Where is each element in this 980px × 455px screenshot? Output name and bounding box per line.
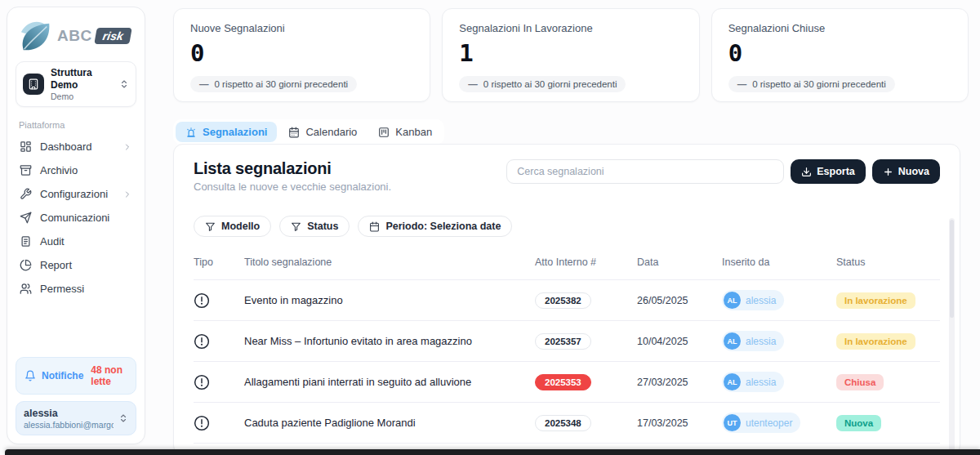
sidebar-item-dashboard[interactable]: Dashboard xyxy=(16,136,136,157)
sidebar-item-label: Dashboard xyxy=(40,141,115,153)
user-menu[interactable]: alessia alessia.fabbioni@margottame... xyxy=(16,401,136,435)
inserted-by-badge: AL alessia xyxy=(722,372,784,392)
chevrons-up-down-icon xyxy=(119,79,129,89)
filters-row: Modello Status Periodo: Seleziona date xyxy=(194,216,940,237)
sidebar-item-comunicazioni[interactable]: Comunicazioni xyxy=(16,207,136,228)
row-title: Allagamenti piani interrati in seguito a… xyxy=(244,376,535,388)
export-button[interactable]: Esporta xyxy=(791,159,866,184)
atto-interno-badge: 2025348 xyxy=(535,415,591,431)
status-badge: In lavorazione xyxy=(836,333,915,350)
wrench-icon xyxy=(20,188,33,200)
chevrons-up-down-icon xyxy=(118,413,128,423)
stat-value: 0 xyxy=(728,42,951,65)
download-icon xyxy=(801,167,812,177)
table-row[interactable]: Allagamenti piani interrati in seguito a… xyxy=(194,361,940,402)
status-badge: Nuova xyxy=(836,415,881,431)
stat-delta-badge: — 0 rispetto ai 30 giorni precedenti xyxy=(190,76,357,92)
bell-icon xyxy=(24,370,36,381)
atto-interno-badge: 2025382 xyxy=(535,292,591,309)
sidebar-item-report[interactable]: Report xyxy=(16,255,136,275)
stat-delta-badge: — 0 rispetto ai 30 giorni precedenti xyxy=(728,76,895,92)
stat-card-nuove: Nuove Segnalazioni 0 — 0 rispetto ai 30 … xyxy=(173,8,430,102)
sidebar-item-label: Audit xyxy=(40,235,132,248)
inserted-by-name: alessia xyxy=(746,377,776,388)
tab-label: Calendario xyxy=(305,126,357,138)
stat-title: Segnalazioni Chiuse xyxy=(728,22,951,34)
alert-circle-icon xyxy=(194,333,244,350)
dash-icon: — xyxy=(199,79,209,89)
sidebar-item-configurazioni[interactable]: Configurazioni xyxy=(16,184,136,204)
bottom-edge-bar xyxy=(5,449,980,455)
sidebar-item-label: Comunicazioni xyxy=(40,212,132,224)
filter-label: Status xyxy=(307,221,338,232)
alert-circle-icon xyxy=(194,292,244,309)
row-title: Near Miss – Infortunio evitato in area m… xyxy=(244,335,535,347)
export-label: Esporta xyxy=(817,166,855,177)
dash-icon: — xyxy=(737,79,747,89)
stat-delta-text: 0 rispetto ai 30 giorni precedenti xyxy=(483,79,617,89)
table-header-row: Tipo Titolo segnalazione Atto Interno # … xyxy=(194,252,940,279)
list-actions: Esporta Nuova xyxy=(506,159,940,184)
filter-label: Periodo: Seleziona date xyxy=(385,221,501,232)
table-scrollbar-track[interactable] xyxy=(949,218,955,451)
sidebar-item-label: Report xyxy=(40,259,132,271)
notifications-button[interactable]: Notifiche 48 non lette xyxy=(16,357,136,395)
plus-icon xyxy=(883,167,893,177)
tab-segnalazioni[interactable]: Segnalazioni xyxy=(176,122,277,142)
status-badge: Chiusa xyxy=(836,374,884,390)
sidebar-item-audit[interactable]: Audit xyxy=(16,231,136,252)
inserted-by-name: alessia xyxy=(746,295,776,306)
column-header-status: Status xyxy=(836,256,940,268)
inserted-by-badge: UT utenteoper xyxy=(722,413,800,433)
notifications-unread-count: 48 non lette xyxy=(91,364,127,387)
atto-interno-badge: 2025353 xyxy=(535,374,591,390)
stat-title: Nuove Segnalazioni xyxy=(190,22,413,34)
pie-chart-icon xyxy=(20,259,33,271)
stat-delta-text: 0 rispetto ai 30 giorni precedenti xyxy=(215,79,349,89)
stat-value: 1 xyxy=(459,42,682,65)
atto-interno-badge: 2025357 xyxy=(535,333,591,350)
leaf-logo-icon xyxy=(17,19,55,53)
tab-label: Segnalazioni xyxy=(203,126,267,138)
filter-status[interactable]: Status xyxy=(279,216,350,237)
sidebar-item-label: Configurazioni xyxy=(40,188,115,200)
filter-periodo[interactable]: Periodo: Seleziona date xyxy=(358,216,512,237)
brand-name: ABC xyxy=(57,27,92,45)
brand-badge: risk xyxy=(94,28,131,44)
calendar-icon xyxy=(369,221,380,232)
org-selector[interactable]: Struttura Demo Demo xyxy=(16,61,136,107)
tab-kanban[interactable]: Kanban xyxy=(368,122,442,142)
tab-calendario[interactable]: Calendario xyxy=(278,122,367,142)
stat-delta-badge: — 0 rispetto ai 30 giorni precedenti xyxy=(459,76,626,92)
sidebar-item-archivio[interactable]: Archivio xyxy=(16,160,136,181)
inserted-by-badge: AL alessia xyxy=(722,331,784,351)
notifications-label: Notifiche xyxy=(42,370,83,381)
table-row[interactable]: Near Miss – Infortunio evitato in area m… xyxy=(194,320,940,361)
sidebar-section-label: Piattaforma xyxy=(19,120,133,130)
sidebar-item-permessi[interactable]: Permessi xyxy=(16,279,136,299)
avatar: AL xyxy=(724,373,741,390)
search-input[interactable] xyxy=(506,159,784,184)
filter-modello[interactable]: Modello xyxy=(194,216,271,237)
brand-logo: ABC risk xyxy=(16,16,136,61)
avatar: AL xyxy=(724,292,741,309)
filter-label: Modello xyxy=(221,221,260,232)
new-button[interactable]: Nuova xyxy=(872,159,940,184)
table-row[interactable]: Caduta paziente Padiglione Morandi 20253… xyxy=(194,402,940,443)
siren-icon xyxy=(185,127,197,138)
page-title: Lista segnalazioni xyxy=(194,159,391,178)
chevron-right-icon xyxy=(122,190,132,199)
user-texts: alessia alessia.fabbioni@margottame... xyxy=(24,407,114,430)
kanban-icon xyxy=(378,127,390,138)
send-icon xyxy=(20,212,33,224)
org-texts: Struttura Demo Demo xyxy=(51,67,113,101)
user-name: alessia xyxy=(24,407,114,420)
org-subtitle: Demo xyxy=(51,91,113,101)
row-date: 27/03/2025 xyxy=(637,377,722,388)
inserted-by-name: alessia xyxy=(746,336,776,347)
new-label: Nuova xyxy=(898,166,929,177)
table-row[interactable]: Evento in magazzino 2025382 26/05/2025 A… xyxy=(194,279,940,320)
table-scrollbar-thumb[interactable] xyxy=(950,220,954,318)
view-tabs: Segnalazioni Calendario Kanban xyxy=(173,119,444,145)
funnel-icon xyxy=(205,221,216,232)
